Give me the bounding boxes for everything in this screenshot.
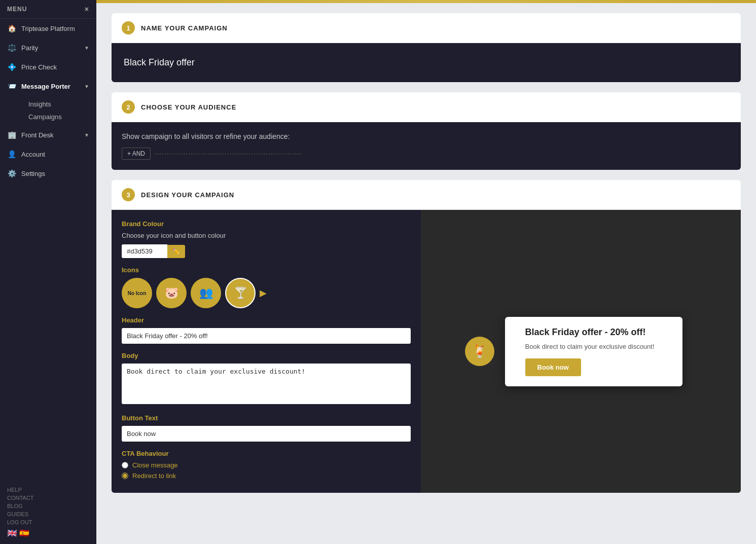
- frontdesk-icon: 🏢: [7, 130, 16, 139]
- sidebar-label-messageporter: Message Porter: [21, 83, 70, 90]
- logout-link[interactable]: LOG OUT: [7, 519, 89, 525]
- step1-badge: 1: [122, 21, 135, 34]
- messageporter-arrow-icon: ▼: [84, 84, 89, 89]
- brand-colour-label: Brand Colour: [122, 220, 411, 228]
- sidebar-footer: HELP CONTACT BLOG GUIDES LOG OUT 🇬🇧 🇪🇸: [0, 481, 96, 544]
- sidebar-label-account: Account: [21, 151, 45, 158]
- step1-body: [112, 43, 741, 82]
- sidebar-item-campaigns[interactable]: Campaigns: [21, 111, 96, 123]
- step3-body: Brand Colour Choose your icon and button…: [112, 210, 741, 493]
- color-input-row: ✏️: [122, 244, 411, 258]
- preview-bubble-icon: 🍹: [472, 344, 487, 358]
- cta-close-radio[interactable]: [122, 462, 128, 468]
- sidebar: MENU × 🏠 Triptease Platform ⚖️ Parity ▼ …: [0, 0, 96, 544]
- preview-book-now-button[interactable]: Book now: [525, 358, 581, 376]
- insights-label: Insights: [28, 100, 51, 108]
- color-text-input[interactable]: [122, 244, 167, 258]
- header-input[interactable]: [122, 328, 411, 344]
- people-icon: 👥: [199, 286, 213, 300]
- sidebar-item-pricecheck[interactable]: 💠 Price Check: [0, 57, 96, 77]
- language-flags: 🇬🇧 🇪🇸: [7, 528, 89, 538]
- body-textarea[interactable]: Book direct to claim your exclusive disc…: [122, 364, 411, 404]
- messageporter-submenu: Insights Campaigns: [0, 96, 96, 125]
- header-label: Header: [122, 316, 411, 324]
- blog-link[interactable]: BLOG: [7, 503, 89, 509]
- sidebar-item-settings[interactable]: ⚙️ Settings: [0, 164, 96, 183]
- design-left-panel: Brand Colour Choose your icon and button…: [112, 210, 421, 493]
- cta-redirect-label: Redirect to link: [132, 472, 176, 480]
- triptease-icon: 🏠: [7, 24, 16, 33]
- cta-close-label: Close message: [132, 461, 178, 469]
- button-text-input[interactable]: [122, 426, 411, 442]
- guides-link[interactable]: GUIDES: [7, 511, 89, 517]
- settings-icon: ⚙️: [7, 169, 16, 178]
- step1-header: 1 NAME YOUR CAMPAIGN: [112, 13, 741, 43]
- body-label: Body: [122, 352, 411, 359]
- menu-label: MENU: [7, 6, 27, 13]
- icon-piggy[interactable]: 🐷: [156, 278, 187, 308]
- frontdesk-arrow-icon: ▼: [84, 132, 89, 138]
- cocktail-icon: 🍸: [234, 286, 247, 300]
- preview-body-text: Book direct to claim your exclusive disc…: [525, 343, 672, 350]
- sidebar-label-settings: Settings: [21, 170, 45, 177]
- main-content: 1 NAME YOUR CAMPAIGN 2 CHOOSE YOUR AUDIE…: [96, 3, 756, 544]
- sidebar-label-triptease: Triptease Platform: [21, 25, 75, 32]
- sidebar-header: MENU ×: [0, 0, 96, 19]
- cta-close-row: Close message: [122, 461, 411, 469]
- contact-link[interactable]: CONTACT: [7, 495, 89, 501]
- cta-label: CTA Behaviour: [122, 450, 411, 457]
- brand-colour-desc: Choose your icon and button colour: [122, 232, 411, 239]
- sidebar-item-messageporter[interactable]: 📨 Message Porter ▼: [0, 77, 96, 96]
- step2-body: Show campaign to all visitors or refine …: [112, 122, 741, 170]
- step3-badge: 3: [122, 188, 135, 201]
- sidebar-label-pricecheck: Price Check: [21, 63, 57, 71]
- step2-badge: 2: [122, 100, 135, 114]
- campaign-name-input[interactable]: [122, 53, 731, 72]
- sidebar-item-parity[interactable]: ⚖️ Parity ▼: [0, 38, 96, 57]
- preview-icon-bubble: 🍹: [465, 337, 494, 366]
- cta-redirect-radio[interactable]: [122, 473, 128, 479]
- sidebar-label-frontdesk: Front Desk: [21, 131, 54, 139]
- pricecheck-icon: 💠: [7, 62, 16, 71]
- audience-description: Show campaign to all visitors or refine …: [122, 132, 731, 140]
- step2-card: 2 CHOOSE YOUR AUDIENCE Show campaign to …: [112, 92, 741, 170]
- help-link[interactable]: HELP: [7, 487, 89, 493]
- icon-no-icon[interactable]: No Icon: [122, 278, 152, 308]
- icons-next-arrow[interactable]: ▶: [260, 287, 267, 299]
- audience-dots: ········································…: [155, 151, 302, 157]
- and-button-label: + AND: [127, 150, 145, 157]
- messageporter-icon: 📨: [7, 82, 16, 91]
- sidebar-item-account[interactable]: 👤 Account: [0, 144, 96, 164]
- parity-arrow-icon: ▼: [84, 45, 89, 51]
- design-right-panel: 🍹 Black Friday offer - 20% off! Book dir…: [421, 210, 741, 493]
- step2-title: CHOOSE YOUR AUDIENCE: [141, 103, 236, 111]
- icon-cocktail[interactable]: 🍸: [225, 278, 256, 308]
- step1-card: 1 NAME YOUR CAMPAIGN: [112, 13, 741, 82]
- account-icon: 👤: [7, 150, 16, 159]
- preview-header: Black Friday offer - 20% off!: [525, 327, 672, 338]
- sidebar-label-parity: Parity: [21, 44, 38, 52]
- cta-redirect-row: Redirect to link: [122, 472, 411, 480]
- sidebar-item-insights[interactable]: Insights: [21, 98, 96, 111]
- sidebar-item-frontdesk[interactable]: 🏢 Front Desk ▼: [0, 125, 96, 144]
- right-wrapper: 1 NAME YOUR CAMPAIGN 2 CHOOSE YOUR AUDIE…: [96, 0, 756, 544]
- icon-people[interactable]: 👥: [191, 278, 221, 308]
- preview-content: Black Friday offer - 20% off! Book direc…: [505, 317, 682, 386]
- parity-icon: ⚖️: [7, 43, 16, 52]
- color-picker-button[interactable]: ✏️: [167, 245, 185, 258]
- button-text-label: Button Text: [122, 414, 411, 422]
- preview-widget: Black Friday offer - 20% off! Book direc…: [505, 317, 682, 386]
- step3-card: 3 DESIGN YOUR CAMPAIGN Brand Colour Choo…: [112, 180, 741, 493]
- piggy-icon: 🐷: [165, 286, 178, 300]
- icons-row: No Icon 🐷 👥 🍸 ▶: [122, 278, 411, 308]
- and-button[interactable]: + AND: [122, 148, 151, 160]
- icons-label: Icons: [122, 266, 411, 274]
- step3-header: 3 DESIGN YOUR CAMPAIGN: [112, 180, 741, 210]
- step2-header: 2 CHOOSE YOUR AUDIENCE: [112, 92, 741, 122]
- no-icon-label: No Icon: [128, 291, 147, 296]
- step1-title: NAME YOUR CAMPAIGN: [141, 24, 228, 32]
- campaigns-label: Campaigns: [28, 113, 62, 121]
- close-icon[interactable]: ×: [85, 5, 89, 13]
- sidebar-item-triptease[interactable]: 🏠 Triptease Platform: [0, 19, 96, 38]
- step3-title: DESIGN YOUR CAMPAIGN: [141, 191, 234, 199]
